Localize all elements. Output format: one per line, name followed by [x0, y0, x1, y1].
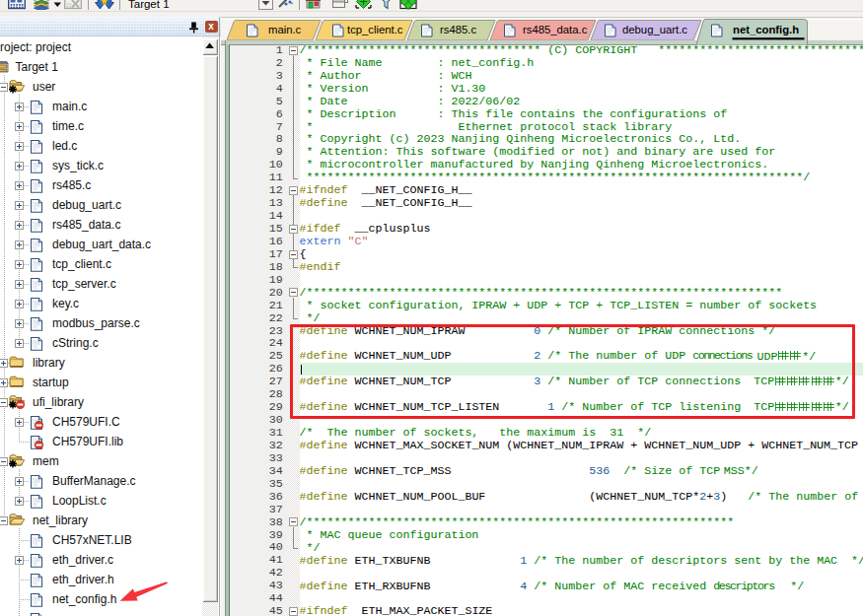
svg-text:debug_uart.c: debug_uart.c	[622, 24, 687, 35]
svg-text:tcp_client.c: tcp_client.c	[347, 24, 403, 35]
svg-text:rs485_data.c: rs485_data.c	[523, 24, 588, 35]
svg-text:rs485.c: rs485.c	[440, 24, 476, 35]
svg-text:main.c: main.c	[268, 24, 302, 35]
svg-text:net_config.h: net_config.h	[733, 24, 799, 35]
